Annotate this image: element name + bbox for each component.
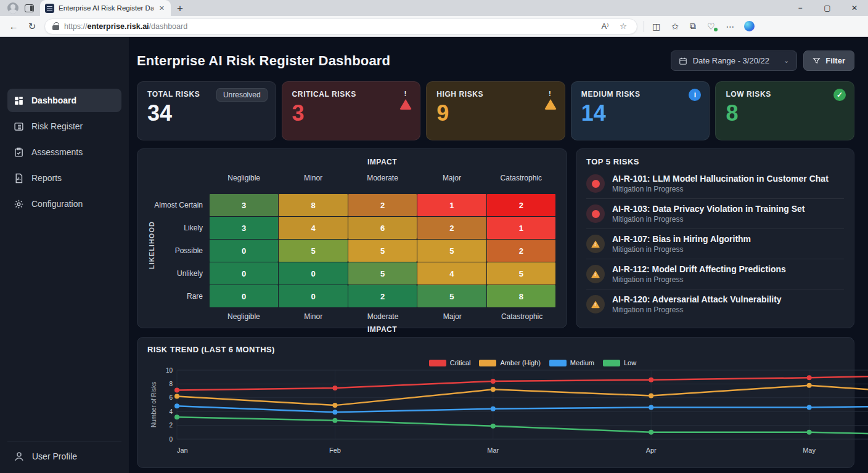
url-scheme: https:// — [64, 22, 88, 31]
risk-list-item[interactable]: AI-R-103: Data Privacy Violation in Trai… — [586, 198, 844, 228]
matrix-cell: 5 — [417, 240, 486, 262]
data-point — [649, 430, 653, 435]
risk-status: Mitigation in Progress — [612, 215, 805, 224]
impact-bottom-label: Major — [417, 312, 487, 321]
warning-triangle-icon — [586, 265, 605, 283]
impact-bottom-label: Catastrophic — [487, 312, 557, 321]
split-screen-icon[interactable]: ◫ — [650, 22, 662, 31]
data-point — [174, 414, 179, 419]
data-point — [649, 405, 653, 410]
matrix-cell: 6 — [348, 217, 417, 239]
browser-tab[interactable]: Enterprise AI Risk Register Dash ✕ — [40, 0, 171, 16]
legend-item-amber-high-[interactable]: Amber (High) — [479, 359, 540, 366]
kpi-card-low-risks[interactable]: LOW RISKS ✓ 8 — [715, 81, 854, 140]
likelihood-axis-label: LIKELIHOOD — [148, 217, 155, 273]
data-point — [807, 375, 812, 380]
impact-bottom-label: Minor — [279, 312, 348, 321]
risk-title: AI-R-107: Bias in Hiring Algorithm — [612, 234, 751, 244]
sidebar-item-risk-register[interactable]: Risk Register — [7, 115, 121, 138]
risk-matrix-panel: LIKELIHOOD IMPACT NegligibleMinorModerat… — [137, 148, 567, 328]
collections-icon[interactable]: ⧉ — [688, 21, 698, 31]
matrix-cell: 3 — [210, 194, 278, 216]
kpi-card-high-risks[interactable]: HIGH RISKS 9 — [426, 81, 565, 140]
impact-axis-top-label: IMPACT — [208, 158, 557, 166]
sidebar-item-assessments[interactable]: Assessments — [7, 140, 121, 164]
browser-titlebar: Enterprise AI Risk Register Dash ✕ + − ▢… — [0, 0, 868, 16]
legend-item-critical[interactable]: Critical — [429, 359, 471, 366]
back-icon[interactable]: ← — [7, 21, 20, 31]
y-tick-label: 8 — [169, 381, 173, 387]
legend-label: Amber (High) — [500, 359, 540, 366]
sidebar-item-user-profile[interactable]: User Profile — [7, 442, 121, 464]
sidebar-item-reports[interactable]: Reports — [7, 166, 121, 190]
alert-triangle-icon — [399, 89, 412, 110]
kpi-value: 8 — [726, 102, 844, 124]
data-point — [332, 418, 337, 423]
risk-list-item[interactable]: AI-R-107: Bias in Hiring AlgorithmMitiga… — [586, 228, 844, 259]
filter-button[interactable]: Filter — [803, 51, 854, 71]
dashboard-grid-icon — [14, 95, 24, 106]
data-point — [174, 387, 179, 392]
likelihood-row-label: Likely — [146, 217, 209, 239]
browser-profile-avatar[interactable] — [7, 2, 18, 14]
site-favicon-icon — [45, 4, 54, 13]
tab-actions-icon[interactable] — [25, 4, 34, 12]
url-text[interactable]: https://enterprise.risk.ai/dashboard — [64, 22, 594, 31]
risk-trend-panel: RISK TREND (LAST 6 MONTHS) CriticalAmber… — [137, 337, 854, 468]
sidebar-item-configuration[interactable]: Configuration — [7, 192, 121, 216]
data-point — [649, 393, 653, 398]
read-aloud-icon[interactable]: A⁾ — [599, 22, 611, 31]
legend-item-medium[interactable]: Medium — [549, 359, 594, 366]
sidebar-item-dashboard[interactable]: Dashboard — [7, 89, 121, 112]
kpi-card-medium-risks[interactable]: MEDIUM RISKS i 14 — [571, 81, 710, 140]
funnel-icon — [813, 57, 821, 65]
risk-title: AI-R-112: Model Drift Affecting Predicti… — [612, 264, 786, 274]
favorite-star-icon[interactable]: ☆ — [617, 22, 629, 31]
impact-column-header: Catastrophic — [487, 171, 555, 185]
user-profile-label: User Profile — [32, 451, 77, 461]
x-tick-label: Feb — [329, 447, 341, 454]
impact-column-header: Moderate — [348, 171, 417, 185]
legend-item-low[interactable]: Low — [603, 359, 636, 366]
chevron-down-icon: ⌄ — [784, 57, 789, 65]
data-point — [491, 424, 496, 429]
address-bar[interactable]: https://enterprise.risk.ai/dashboard A⁾☆ — [44, 18, 637, 34]
impact-bottom-label: Negligible — [209, 312, 279, 321]
matrix-cell: 5 — [417, 285, 486, 307]
matrix-cell: 0 — [279, 285, 347, 307]
risk-title: AI-R-101: LLM Model Hallucination in Cus… — [612, 174, 829, 184]
favorites-bar-icon[interactable]: ✩ — [669, 22, 681, 31]
data-point — [807, 383, 812, 388]
sidebar-item-label: Dashboard — [31, 95, 76, 105]
matrix-cell: 2 — [348, 285, 417, 307]
new-tab-button[interactable]: + — [177, 3, 183, 14]
copilot-icon[interactable] — [744, 21, 755, 31]
kpi-card-total-risks[interactable]: TOTAL RISKS Unresolved 34 — [137, 81, 276, 140]
lock-icon — [52, 22, 59, 30]
impact-axis-bottom-label: IMPACT — [208, 325, 557, 334]
settings-dots-icon[interactable]: ⋯ — [724, 22, 737, 31]
window-minimize-button[interactable]: − — [787, 0, 814, 16]
refresh-icon[interactable]: ↻ — [26, 21, 38, 32]
likelihood-row-label: Unlikely — [146, 262, 209, 285]
kpi-card-critical-risks[interactable]: CRITICAL RISKS 3 — [282, 81, 421, 140]
risk-list-item[interactable]: AI-R-112: Model Drift Affecting Predicti… — [586, 259, 844, 289]
x-tick-label: Apr — [646, 447, 657, 454]
risk-status: Mitigation in Progress — [612, 185, 829, 193]
browser-essentials-icon[interactable]: ♡ — [705, 22, 717, 31]
window-close-button[interactable]: ✕ — [841, 0, 868, 16]
y-tick-label: 2 — [169, 422, 173, 429]
likelihood-row-label: Possible — [146, 240, 209, 262]
impact-column-header: Negligible — [210, 171, 278, 185]
date-range-select[interactable]: Date Range - 3/20/22 ⌄ — [671, 51, 798, 71]
risk-list-item[interactable]: AI-R-120: Adversarial Attack Vulnerabili… — [586, 289, 844, 319]
impact-column-header: Minor — [279, 171, 347, 185]
sidebar-nav: DashboardRisk RegisterAssessmentsReports… — [7, 89, 121, 218]
tab-close-icon[interactable]: ✕ — [158, 4, 166, 12]
x-tick-label: May — [803, 447, 816, 454]
window-maximize-button[interactable]: ▢ — [814, 0, 841, 16]
risk-list-item[interactable]: AI-R-101: LLM Model Hallucination in Cus… — [586, 169, 844, 198]
date-range-label: Date Range - 3/20/22 — [693, 56, 769, 65]
data-point — [174, 394, 179, 399]
kpi-value: 9 — [436, 102, 555, 124]
